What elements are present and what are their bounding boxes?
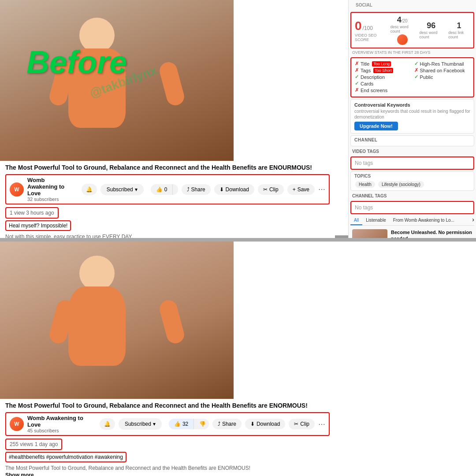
bottom-dislike-button[interactable]: 👎 [193,419,209,429]
top-channel-label: CHANNEL [354,138,470,142]
top-topics: TOPICS Health Lifestyle (sociology) [350,171,474,191]
top-topic-lifestyle: Lifestyle (sociology) [378,181,424,188]
top-metric2-label: desc word count [420,30,443,39]
top-save-label: Save [298,186,309,193]
top-controversial-title: Controversial Keywords [354,102,470,108]
top-seo-score-box: 0 /100 VIDEO SEO SCORE 4 /20 desc word c… [350,12,474,48]
top-metric3-label: desc link count [448,30,470,39]
bottom-hashtags: #healthbenefits #powerfulmotivation #awa… [9,454,123,460]
bottom-show-more[interactable]: Show more [5,472,330,476]
top-stats: 1 view 3 hours ago [5,207,59,219]
top-no-channel-tags: No tags [355,205,373,211]
top-subscribe-button[interactable]: Subscribed ▾ [100,184,144,195]
top-checklist-right: ✓ High-Res Thumbnail ✗ Shared on Faceboo… [414,61,470,94]
top-related-info-1: Become Unleashed. No permission needed. … [391,229,472,238]
top-check-end-screens: ✗ End screens [355,87,411,93]
download-icon: ⬇ [219,186,224,193]
top-subscribe-label: Subscribed [107,186,133,193]
bottom-channel-subs: 45 subscribers [27,428,94,433]
top-more-button[interactable]: ⋯ [318,185,325,193]
top-related-title-1: Become Unleashed. No permission needed. [391,229,472,238]
bottom-like-count: 32 [182,421,188,427]
top-related-1: 5:10 Become Unleashed. No permission nee… [350,227,474,238]
top-download-label: Download [226,186,249,193]
top-dislike-button[interactable]: 👎 [172,184,178,195]
top-metric2-val: 96 [427,21,435,30]
top-controversial-desc: controversial keywords that could result… [354,108,470,120]
top-share-label: Share [191,186,205,193]
top-upgrade-button[interactable]: Upgrade Now! [354,122,398,130]
top-video-title: The Most Powerful Tool to Ground, Rebala… [5,164,330,171]
top-clip-label: Clip [269,186,279,193]
top-metric1-val: 4 [397,15,402,25]
top-video-tags-box: No tags [350,156,474,170]
bottom-like-button[interactable]: 👍 32 [169,419,193,429]
top-check-cards: ✓ Cards [355,81,411,86]
share-icon-bottom: ⤴ [218,421,220,427]
top-seo-score: 0 [355,19,362,33]
bottom-clip-button[interactable]: ✂ Clip [289,419,315,429]
top-seo-score-max: /100 [363,25,373,31]
top-notify-button[interactable]: 🔔 [82,184,97,195]
top-comment-highlight: Heal myself? Impossible! [5,220,71,231]
top-metric1-max: /20 [402,19,408,23]
chevron-right-icon[interactable]: › [472,216,474,225]
bottom-channel-name: Womb Awakening to Love [27,415,94,428]
top-tab-from[interactable]: From Womb Awakening to Lo... [390,216,458,225]
section-divider [0,238,476,242]
top-channel-tags-label: CHANNEL TAGS [350,193,474,199]
top-metric2: 96 desc word count [420,21,443,39]
top-share-button[interactable]: ⤴ Share [182,184,211,195]
bottom-share-button[interactable]: ⤴ Share [212,419,242,429]
bottom-like-dislike: 👍 32 👎 [169,419,209,429]
top-seo-score-label: VIDEO SEO SCORE [355,33,385,42]
bottom-video-thumbnail [0,238,234,399]
top-channel-info: Womb Awakening to Love 32 subscribers [27,177,76,202]
top-like-dislike: 👍 0 👎 [151,184,178,195]
top-check-public: ✓ Public [414,74,470,80]
top-seo-panel: SOCIAL 0 /100 VIDEO SEO SCORE 4 /20 desc… [348,0,476,238]
top-metric1: 4 /20 desc word count [390,15,414,45]
top-tab-all[interactable]: All [350,216,362,225]
bottom-subscribe-button[interactable]: Subscribed ▾ [119,418,162,430]
bottom-video-info: The Most Powerful Tool to Ground, Rebala… [0,399,335,476]
bottom-desc: The Most Powerful Tool to Ground, Rebala… [5,465,330,471]
top-like-button[interactable]: 👍 0 [151,184,173,195]
top-seo-score-row: 0 /100 [355,19,385,33]
top-topic-health: Health [355,181,375,188]
top-tab-listenable[interactable]: Listenable [362,216,390,225]
top-seo-score-section: 0 /100 VIDEO SEO SCORE [355,19,385,42]
download-icon-bottom: ⬇ [250,421,255,427]
bottom-clip-label: Clip [300,421,309,427]
top-tabs: All Listenable From Womb Awakening to Lo… [350,216,474,226]
top-channel-name: Womb Awakening to Love [27,177,76,197]
bottom-comment-highlight: #healthbenefits #powerfulmotivation #awa… [5,452,126,462]
top-topics-label: TOPICS [354,174,470,178]
top-checklist-label: OVERVIEW STATS IN THE FIRST 28 DAYS [349,50,476,56]
top-channel-section: CHANNEL [350,135,474,146]
share-icon: ⤴ [187,186,190,193]
top-checklist: ✗ Title Too Long ✗ Tags Too Short ✓ Desc… [350,57,474,97]
top-social-row: SOCIAL [349,0,476,10]
top-no-tags: No tags [355,160,373,166]
bottom-thumb-bg [0,238,234,399]
top-section: Before @takbirlynx The Most Powerful Too… [0,0,476,238]
bottom-notify-button[interactable]: 🔔 [100,418,115,430]
bottom-download-button[interactable]: ⬇ Download [245,419,285,429]
top-clip-button[interactable]: ✂ Clip [258,184,284,195]
top-channel-subs: 32 subscribers [27,197,76,202]
top-comment-area: Heal myself? Impossible! [5,219,330,232]
bottom-more-button[interactable]: ⋯ [318,420,325,428]
top-stats-area: 1 view 3 hours ago [5,206,330,219]
top-video-tags-label: VIDEO TAGS [350,148,474,155]
chevron-down-icon: ▾ [135,186,138,193]
bottom-share-label: Share [222,421,236,427]
top-download-button[interactable]: ⬇ Download [214,184,254,195]
top-channel-row: W Womb Awakening to Love 32 subscribers … [5,174,330,205]
bottom-channel-info: Womb Awakening to Love 45 subscribers [27,415,94,433]
before-label: Before [26,44,127,80]
bottom-stats: 255 views 1 day ago [5,439,62,450]
bottom-section: After @takbirlynx The Most Powerful Tool… [0,238,476,476]
top-metric3-val: 1 [457,21,461,30]
top-save-button[interactable]: + Save [287,184,315,195]
